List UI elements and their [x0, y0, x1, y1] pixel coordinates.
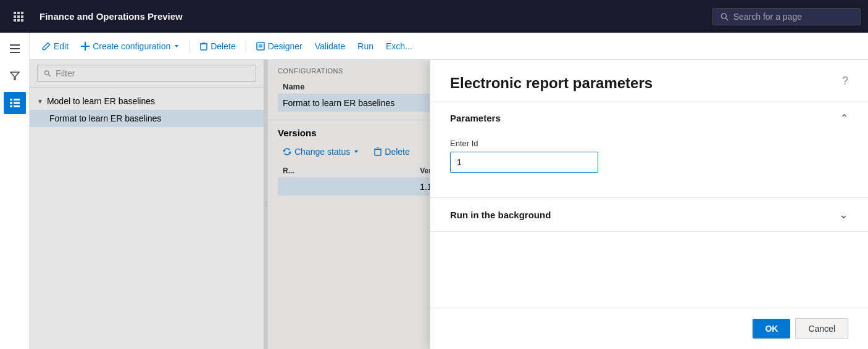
- search-input[interactable]: [733, 12, 853, 22]
- svg-rect-3: [14, 15, 16, 18]
- svg-rect-16: [14, 99, 20, 101]
- app-title: Finance and Operations Preview: [40, 11, 183, 22]
- create-configuration-button[interactable]: Create configuration: [76, 39, 185, 54]
- parameters-section-header[interactable]: Parameters: [430, 102, 868, 134]
- parameters-section: Parameters Enter Id: [430, 102, 868, 198]
- background-section: Run in the background: [430, 198, 868, 232]
- dialog-overlay: Electronic report parameters ? Parameter…: [30, 60, 868, 349]
- svg-rect-8: [21, 19, 23, 22]
- svg-marker-23: [175, 45, 178, 47]
- svg-rect-19: [10, 105, 12, 107]
- dialog-footer: OK Cancel: [430, 308, 868, 349]
- background-section-header[interactable]: Run in the background: [430, 198, 868, 231]
- exchange-button[interactable]: Exch...: [381, 39, 417, 54]
- dialog-header: Electronic report parameters ?: [430, 60, 868, 102]
- svg-rect-11: [10, 44, 20, 46]
- svg-rect-6: [14, 19, 16, 22]
- dialog-title: Electronic report parameters: [450, 75, 653, 92]
- svg-rect-15: [10, 99, 12, 101]
- grid-menu-icon[interactable]: [7, 6, 30, 28]
- svg-rect-7: [17, 19, 20, 22]
- svg-rect-0: [14, 12, 16, 14]
- cancel-button[interactable]: Cancel: [795, 318, 848, 339]
- enter-id-field: Enter Id: [450, 139, 848, 173]
- main-layout: Edit Create configuration Delete: [0, 33, 868, 349]
- dialog-help-icon[interactable]: ?: [842, 75, 848, 88]
- enter-id-input[interactable]: [450, 152, 598, 173]
- dialog-panel: Electronic report parameters ? Parameter…: [430, 60, 868, 349]
- svg-rect-20: [14, 105, 20, 107]
- svg-marker-14: [10, 72, 19, 80]
- svg-line-10: [726, 18, 728, 20]
- ok-button[interactable]: OK: [753, 319, 790, 339]
- toolbar-separator-1: [190, 40, 190, 52]
- dialog-body: Parameters Enter Id: [430, 102, 868, 308]
- sidebar-icons: [0, 33, 30, 349]
- run-button[interactable]: Run: [353, 39, 378, 54]
- background-section-title: Run in the background: [450, 210, 551, 220]
- hamburger-menu-icon[interactable]: [4, 38, 26, 60]
- create-dropdown-icon: [173, 43, 180, 49]
- delete-button[interactable]: Delete: [195, 39, 240, 54]
- edit-button[interactable]: Edit: [37, 39, 73, 54]
- parameters-section-content: Enter Id: [430, 134, 868, 197]
- svg-rect-2: [21, 12, 23, 14]
- parameters-section-title: Parameters: [450, 113, 501, 123]
- svg-rect-18: [14, 102, 20, 104]
- svg-rect-24: [201, 44, 207, 50]
- svg-rect-17: [10, 102, 12, 104]
- svg-rect-1: [17, 12, 20, 14]
- parameters-collapse-icon: [840, 112, 848, 124]
- background-expand-icon: [839, 208, 848, 221]
- top-bar: Finance and Operations Preview: [0, 0, 868, 33]
- svg-rect-27: [257, 43, 264, 50]
- svg-rect-22: [81, 46, 90, 47]
- page-toolbar: Edit Create configuration Delete: [30, 33, 868, 60]
- svg-rect-13: [10, 52, 20, 53]
- validate-button[interactable]: Validate: [310, 39, 351, 54]
- svg-rect-4: [17, 15, 20, 18]
- svg-rect-5: [21, 15, 23, 18]
- filter-icon[interactable]: [4, 65, 26, 87]
- search-icon: [720, 12, 728, 21]
- search-bar[interactable]: [712, 8, 861, 25]
- list-active-icon[interactable]: [4, 92, 26, 114]
- enter-id-label: Enter Id: [450, 139, 848, 148]
- svg-rect-12: [10, 48, 20, 49]
- content-area: ▼ Model to learn ER baselines Format to …: [30, 60, 868, 349]
- toolbar-separator-2: [246, 40, 246, 52]
- page-wrapper: Edit Create configuration Delete: [30, 33, 868, 349]
- designer-button[interactable]: Designer: [251, 39, 307, 54]
